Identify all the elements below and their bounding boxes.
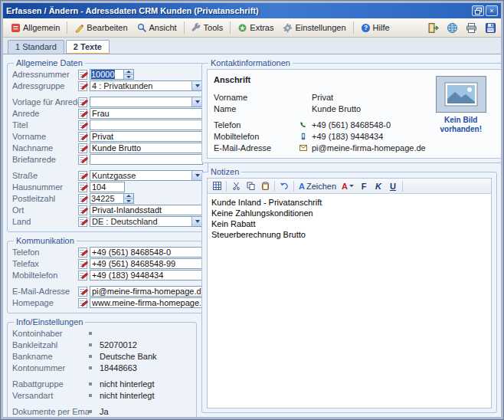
- edit-icon[interactable]: [78, 298, 87, 308]
- bold-button[interactable]: F: [357, 179, 371, 192]
- chevron-down-icon[interactable]: [191, 217, 202, 226]
- chevron-down-icon[interactable]: [191, 171, 202, 180]
- info-label: Bankname: [12, 352, 89, 361]
- combo-value: 4 : Privatkunden: [90, 81, 191, 90]
- adressnummer-input[interactable]: 10000: [90, 69, 134, 80]
- toolbar-separator: [402, 181, 403, 192]
- chevron-down-icon[interactable]: [191, 81, 202, 90]
- menu-hilfe[interactable]: ? Hilfe: [356, 21, 394, 35]
- save-disk-icon: [485, 22, 496, 34]
- edit-icon[interactable]: [78, 120, 87, 130]
- tab-standard[interactable]: 1 Standard: [8, 40, 64, 54]
- table-button[interactable]: [210, 179, 224, 192]
- edit-icon[interactable]: [78, 70, 87, 80]
- nachname-input[interactable]: [90, 143, 203, 153]
- form-content: Allgemeine Daten Adressnummer 10000 Adre…: [3, 54, 501, 417]
- titel-input[interactable]: [90, 120, 203, 130]
- edit-icon[interactable]: [78, 81, 87, 91]
- edit-icon[interactable]: [78, 194, 87, 204]
- underline-button[interactable]: U: [386, 179, 400, 192]
- menu-tools[interactable]: Tools: [187, 21, 228, 35]
- land-select[interactable]: DE : Deutschland: [90, 216, 203, 227]
- menu-label: Einstellungen: [295, 23, 345, 32]
- edit-icon[interactable]: [78, 182, 87, 192]
- homepage-input[interactable]: [90, 297, 203, 308]
- exit-button[interactable]: [425, 20, 440, 35]
- field-hausnummer: Hausnummer: [12, 182, 203, 192]
- kontakt-value: Kunde Brutto: [312, 104, 361, 113]
- field-label: Hausnummer: [12, 182, 78, 192]
- postleitzahl-input[interactable]: 34225: [90, 193, 134, 204]
- edit-icon[interactable]: [78, 287, 87, 297]
- edit-icon[interactable]: [78, 109, 87, 119]
- notizen-textarea[interactable]: Kunde Inland - Privatanschrift Keine Zah…: [208, 194, 491, 408]
- info-row-bankleitzahl: Bankleitzahl 52070012: [12, 340, 191, 350]
- legend-notizen: Notizen: [208, 167, 241, 176]
- undo-button[interactable]: [277, 179, 291, 192]
- edit-icon[interactable]: [78, 132, 87, 142]
- paste-button[interactable]: [258, 179, 272, 192]
- kontakt-row-mobiltelefon: Mobiltelefon +49 (183) 9448434: [214, 130, 426, 142]
- plz-spinner[interactable]: [123, 194, 133, 203]
- hausnummer-input[interactable]: [90, 182, 125, 192]
- zeichen-label: Zeichen: [306, 182, 336, 191]
- vorlage-anrede-select[interactable]: [90, 97, 203, 107]
- print-button[interactable]: [463, 20, 479, 35]
- field-label: Telefon: [12, 248, 78, 257]
- vorname-input[interactable]: [90, 131, 203, 142]
- menu-allgemein[interactable]: Allgemein: [6, 21, 64, 35]
- field-label: Telefax: [12, 259, 78, 268]
- bullet-icon: [89, 366, 92, 369]
- menu-extras[interactable]: Extras: [233, 21, 278, 35]
- italic-button[interactable]: K: [371, 179, 385, 192]
- mobiltelefon-input[interactable]: [90, 270, 203, 281]
- chevron-down-icon[interactable]: [191, 97, 202, 107]
- edit-icon[interactable]: [78, 259, 87, 269]
- spin-down-icon[interactable]: [124, 199, 133, 204]
- field-titel: Titel: [12, 120, 203, 130]
- extras-icon: [237, 23, 247, 33]
- menu-ansicht[interactable]: Ansicht: [133, 21, 182, 35]
- close-button[interactable]: ×: [486, 5, 498, 16]
- field-label: Vorname: [12, 132, 78, 141]
- chevron-down-icon: [349, 185, 354, 187]
- adressnummer-spinner[interactable]: [123, 70, 133, 79]
- field-nachname: Nachname: [12, 143, 203, 153]
- field-label: Anrede: [12, 109, 78, 118]
- selected-text: 10000: [91, 70, 115, 79]
- save-button[interactable]: [483, 20, 498, 35]
- edit-icon[interactable]: [78, 271, 87, 281]
- restore-button[interactable]: [472, 5, 484, 16]
- menu-einstellungen[interactable]: Einstellungen: [278, 21, 350, 35]
- telefon-input[interactable]: [90, 247, 203, 258]
- edit-icon[interactable]: [78, 143, 87, 153]
- envelope-icon: [299, 145, 307, 151]
- edit-icon[interactable]: [78, 205, 87, 215]
- email-input[interactable]: [90, 286, 203, 297]
- zeichen-button[interactable]: A Zeichen: [296, 179, 339, 192]
- field-label: Postleitzahl: [12, 194, 78, 203]
- web-button[interactable]: [444, 20, 460, 35]
- briefanrede-input[interactable]: [90, 154, 203, 165]
- font-color-button[interactable]: A: [339, 179, 356, 192]
- field-label: E-Mail-Adresse: [12, 287, 78, 296]
- edit-icon[interactable]: [78, 248, 87, 258]
- kontakt-label: Vorname: [214, 93, 299, 102]
- cut-button[interactable]: [229, 179, 243, 192]
- ort-input[interactable]: [90, 205, 203, 215]
- toolbar-separator: [230, 21, 231, 34]
- tab-texte[interactable]: 2 Texte: [66, 40, 110, 54]
- kontakt-label: Mobiltelefon: [214, 132, 299, 141]
- no-image-text: Kein Bild vorhanden!: [440, 116, 482, 134]
- menu-bearbeiten[interactable]: Bearbeiten: [70, 21, 132, 35]
- adressgruppe-select[interactable]: 4 : Privatkunden: [90, 80, 203, 91]
- edit-icon[interactable]: [78, 155, 87, 165]
- anrede-input[interactable]: [90, 108, 203, 119]
- telefax-input[interactable]: [90, 258, 203, 269]
- edit-icon[interactable]: [78, 217, 87, 227]
- spin-down-icon[interactable]: [124, 74, 133, 80]
- edit-icon[interactable]: [78, 97, 87, 107]
- edit-icon[interactable]: [78, 171, 87, 181]
- strasse-select[interactable]: Kuntzgasse: [90, 170, 203, 181]
- copy-button[interactable]: [244, 179, 257, 192]
